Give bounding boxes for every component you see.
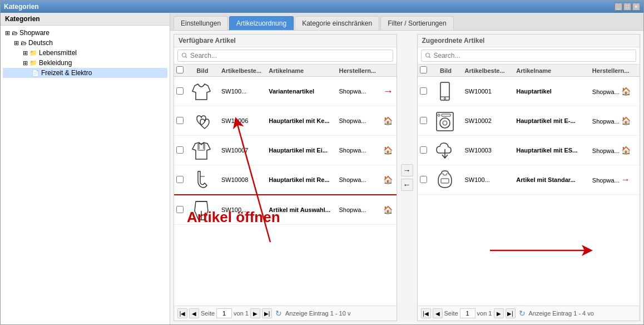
sidebar-item-shopware[interactable]: ⊞ 🗁 Shopware <box>3 28 167 38</box>
orange-icon: 🏠 <box>621 146 631 155</box>
pag-page-input-right[interactable] <box>460 308 475 318</box>
shirt-icon <box>190 80 212 102</box>
select-all-checkbox[interactable] <box>176 66 184 73</box>
tab-filter[interactable]: Filter / Sortierungen <box>380 16 453 30</box>
row-hersteller: Shopwa... → <box>590 165 640 195</box>
window-title: Kategorien <box>4 3 39 11</box>
hearts-icon <box>190 110 212 132</box>
sidebar-item-lebensmittel[interactable]: ⊞ 📁 Lebensmittel <box>3 48 167 58</box>
row-checkbox-cell <box>418 165 429 195</box>
pag-refresh-btn[interactable]: ↻ <box>519 309 526 318</box>
right-panel-header: Zugeordnete Artikel <box>418 35 640 47</box>
row-checkbox[interactable] <box>176 176 184 183</box>
pag-next-btn[interactable]: ▶ <box>250 308 260 318</box>
folder-icon: 🗁 <box>21 40 27 46</box>
pag-first-btn[interactable]: |◀ <box>421 308 431 318</box>
row-image-cell <box>429 136 463 165</box>
orange-icon: 🏠 <box>621 87 631 96</box>
sidebar-tree: ⊞ 🗁 Shopware ⊞ 🗁 Deutsch ⊞ 📁 Lebensmitte… <box>1 26 170 324</box>
pag-prev-btn[interactable]: ◀ <box>433 308 443 318</box>
main-window: Kategorien _ □ ✕ Kategorien ⊞ 🗁 Shopware… <box>0 0 644 325</box>
pag-refresh-btn[interactable]: ↻ <box>275 309 282 318</box>
table-row: SW100... Artikel mit Standar... Shopwa..… <box>418 165 640 195</box>
row-checkbox[interactable] <box>420 176 427 183</box>
svg-point-5 <box>444 98 445 100</box>
left-panel: Verfügbare Artikel Bild Artikelbes <box>174 34 397 321</box>
pag-prev-btn[interactable]: ◀ <box>189 308 199 318</box>
row-checkbox-cell <box>174 165 186 195</box>
sidebar-item-freizeit[interactable]: 📄 Freizeit & Elektro <box>3 68 167 78</box>
row-icon-cell: 🏠 <box>381 136 397 165</box>
title-bar: Kategorien _ □ ✕ <box>1 1 643 13</box>
minimize-button[interactable]: _ <box>615 3 622 11</box>
col-bild: Bild <box>429 65 463 77</box>
row-image-cell <box>186 136 219 165</box>
row-name: Hauptartikel mit Ei... <box>266 136 336 165</box>
transfer-left-btn[interactable]: ← <box>401 179 413 191</box>
tab-einstellungen[interactable]: Einstellungen <box>174 16 228 30</box>
transfer-right-btn[interactable]: → <box>401 164 413 176</box>
svg-point-9 <box>438 114 440 116</box>
backpack-icon <box>434 169 456 191</box>
file-icon: 📄 <box>32 70 39 77</box>
row-checkbox[interactable] <box>176 146 184 154</box>
phone-icon <box>434 80 456 102</box>
row-hersteller: Shopwa... 🏠 <box>590 106 640 136</box>
row-checkbox[interactable] <box>176 117 184 124</box>
row-name: Artikel mit Auswahl... <box>266 195 336 225</box>
row-hersteller: Shopwa... <box>337 195 381 225</box>
article-image <box>188 166 215 193</box>
pag-page-input[interactable] <box>216 308 232 318</box>
pag-next-btn[interactable]: ▶ <box>494 308 504 318</box>
table-row: SW10007 Hauptartikel mit Ei... Shopwa...… <box>174 136 397 165</box>
transfer-buttons: → ← <box>399 34 415 321</box>
tab-kategorie[interactable]: Kategorie einschränken <box>295 16 379 30</box>
left-search-input[interactable] <box>177 50 393 62</box>
col-checkbox <box>174 65 186 77</box>
svg-rect-10 <box>442 114 450 116</box>
row-arrow-cell: → <box>381 77 397 106</box>
row-image-cell <box>186 195 219 225</box>
left-table-header-row: Bild Artikelbeste... Artikelname Herstel… <box>174 65 397 77</box>
row-name: Hauptartikel mit ES... <box>514 136 590 165</box>
sidebar-item-deutsch[interactable]: ⊞ 🗁 Deutsch <box>3 38 167 48</box>
row-hersteller: Shopwa... 🏠 <box>590 136 640 165</box>
sidebar-item-bekleidung[interactable]: ⊞ 📁 Bekleidung <box>3 58 167 68</box>
pag-last-btn[interactable]: ▶| <box>262 308 272 318</box>
row-checkbox[interactable] <box>420 87 427 95</box>
sidebar-item-label: Freizeit & Elektro <box>41 69 92 77</box>
row-hersteller: Shopwa... <box>337 77 381 106</box>
row-checkbox[interactable] <box>420 117 427 124</box>
pag-first-btn[interactable]: |◀ <box>177 308 187 318</box>
sidebar-item-label: Shopware <box>19 29 49 37</box>
row-checkbox[interactable] <box>420 146 427 154</box>
tab-artikelzuordnung[interactable]: Artikelzuordnung <box>229 16 294 30</box>
row-artnr: SW100... <box>463 165 514 195</box>
row-image-cell <box>186 77 219 106</box>
table-row: SW10008 Hauptartikel mit Re... Shopwa...… <box>174 165 397 195</box>
pag-last-btn[interactable]: ▶| <box>506 308 516 318</box>
row-artnr: SW100... <box>219 77 266 106</box>
pag-page-label: Seite <box>444 310 458 317</box>
expand-icon: ⊞ <box>23 60 28 67</box>
table-row: SW100... Variantenartikel Shopwa... → <box>174 77 397 106</box>
pag-page-label: Seite <box>201 310 215 317</box>
col-hersteller: Herstellern... <box>337 65 381 77</box>
col-bild: Bild <box>186 65 219 77</box>
row-checkbox[interactable] <box>176 206 184 213</box>
row-name: Hauptartikel mit E-... <box>514 106 590 136</box>
folder-icon: 🗁 <box>12 29 18 36</box>
close-button[interactable]: ✕ <box>632 3 640 11</box>
tab-bar: Einstellungen Artikelzuordnung Kategorie… <box>170 13 643 31</box>
right-search-input[interactable] <box>421 50 637 62</box>
row-image-cell <box>429 165 463 195</box>
row-checkbox[interactable] <box>176 87 184 95</box>
content-wrapper: Einstellungen Artikelzuordnung Kategorie… <box>170 13 643 324</box>
folder-icon: 📁 <box>29 60 37 67</box>
select-all-checkbox-right[interactable] <box>420 66 427 73</box>
row-checkbox-cell <box>174 106 186 136</box>
maximize-button[interactable]: □ <box>623 3 631 11</box>
row-icon-cell: 🏠 <box>381 106 397 136</box>
col-artikelname: Artikelname <box>514 65 590 77</box>
row-hersteller: Shopwa... <box>337 136 381 165</box>
